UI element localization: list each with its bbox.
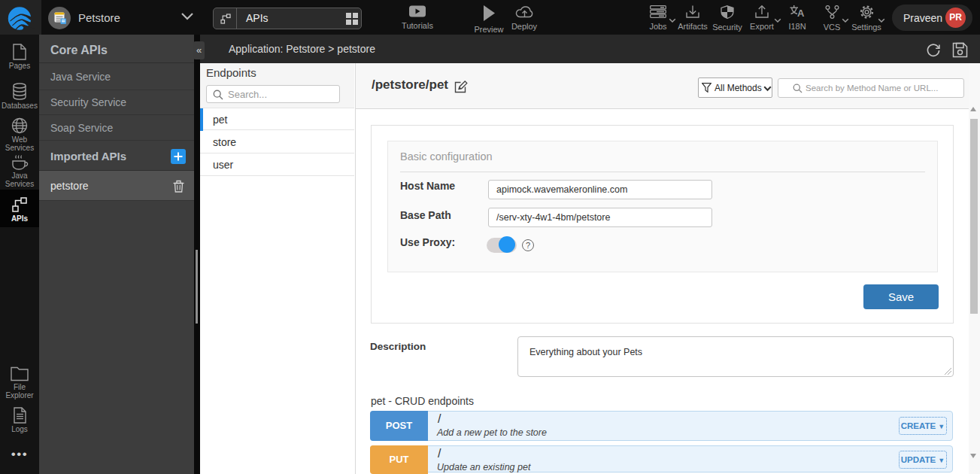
svg-text:A: A [797, 8, 805, 18]
